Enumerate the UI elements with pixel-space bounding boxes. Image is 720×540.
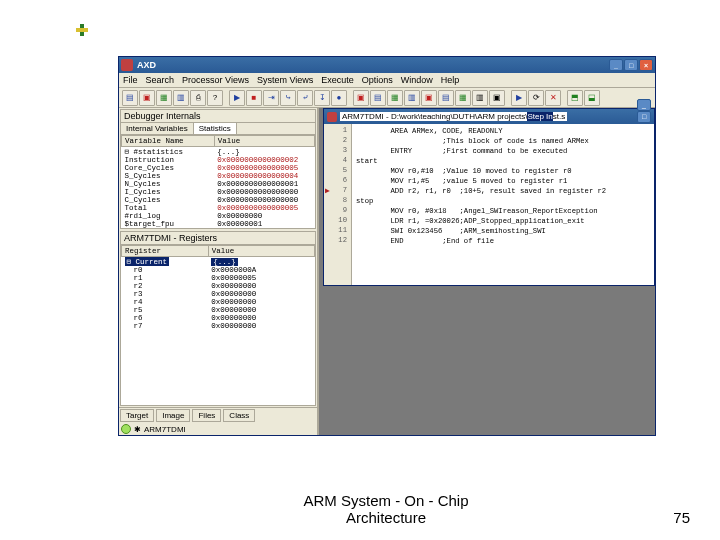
toolbar-button[interactable]: ✕: [545, 90, 561, 106]
processor-name: ARM7TDMI: [144, 425, 186, 434]
code-body: 1234567▶89101112 AREA ARMex, CODE, READO…: [324, 124, 654, 285]
statistics-row[interactable]: #rdi_log0x00000000: [122, 212, 315, 220]
toolbar-button[interactable]: ⇥: [263, 90, 279, 106]
menu-help[interactable]: Help: [441, 75, 460, 85]
debugger-internals-panel: Debugger Internals Internal Variables St…: [120, 109, 316, 229]
statistics-row[interactable]: ⊟ #statistics{...}: [122, 147, 315, 157]
statistics-row[interactable]: S_Cycles0x0000000000000004: [122, 172, 315, 180]
col-variable-name[interactable]: Variable Name: [122, 136, 215, 147]
slide-footer: ARM System - On - Chip Architecture: [276, 492, 496, 527]
statistics-table: Variable Name Value ⊟ #statistics{...} I…: [121, 135, 315, 228]
star-icon: ✱: [134, 425, 141, 434]
panel-title: Debugger Internals: [121, 110, 315, 123]
statistics-row[interactable]: Core_Cycles0x0000000000000005: [122, 164, 315, 172]
toolbar-button[interactable]: ⤷: [280, 90, 296, 106]
toolbar-button[interactable]: ⬒: [567, 90, 583, 106]
toolbar-button[interactable]: ●: [331, 90, 347, 106]
toolbar-button[interactable]: ⟳: [528, 90, 544, 106]
close-button[interactable]: ×: [639, 59, 653, 71]
menu-options[interactable]: Options: [362, 75, 393, 85]
toolbar-button[interactable]: ▣: [139, 90, 155, 106]
statistics-row[interactable]: N_Cycles0x0000000000000001: [122, 180, 315, 188]
toolbar-button[interactable]: ▦: [387, 90, 403, 106]
statistics-row[interactable]: Instruction0x0000000000000002: [122, 156, 315, 164]
register-row[interactable]: r40x00000000: [122, 298, 315, 306]
tab-class[interactable]: Class: [223, 409, 255, 422]
registers-table: Register Value ⊟ Current {...} r00x00000…: [121, 245, 315, 330]
menu-processor-views[interactable]: Processor Views: [182, 75, 249, 85]
code-maximize-button[interactable]: □: [637, 111, 651, 123]
file-icon: [327, 112, 337, 122]
menubar: File Search Processor Views System Views…: [119, 73, 655, 88]
internals-tabs: Internal Variables Statistics: [121, 123, 315, 135]
code-minimize-button[interactable]: _: [637, 99, 651, 111]
toolbar-button[interactable]: ▦: [455, 90, 471, 106]
toolbar-button[interactable]: ▥: [173, 90, 189, 106]
statistics-row[interactable]: C_Cycles0x0000000000000000: [122, 196, 315, 204]
bottom-tabs: Target Image Files Class: [119, 407, 317, 423]
code-path: ARM7TDMI - D:\work\teaching\DUTH\ARM pro…: [340, 112, 567, 121]
tab-image[interactable]: Image: [156, 409, 190, 422]
tab-statistics[interactable]: Statistics: [194, 123, 237, 134]
code-window: ARM7TDMI - D:\work\teaching\DUTH\ARM pro…: [323, 108, 655, 286]
toolbar-button[interactable]: ▶: [229, 90, 245, 106]
tab-files[interactable]: Files: [192, 409, 221, 422]
register-group-current[interactable]: ⊟ Current {...}: [122, 257, 315, 267]
toolbar-button[interactable]: ▤: [370, 90, 386, 106]
axd-main-window: AXD _ □ × File Search Processor Views Sy…: [118, 56, 656, 436]
register-row[interactable]: r00x0000000A: [122, 266, 315, 274]
register-row[interactable]: r30x00000000: [122, 290, 315, 298]
toolbar-button[interactable]: ▤: [438, 90, 454, 106]
toolbar-button[interactable]: ▣: [353, 90, 369, 106]
register-row[interactable]: r50x00000000: [122, 306, 315, 314]
toolbar-button[interactable]: ▣: [489, 90, 505, 106]
register-row[interactable]: r60x00000000: [122, 314, 315, 322]
toolbar-button[interactable]: ▦: [156, 90, 172, 106]
line-number-gutter: 1234567▶89101112: [324, 124, 352, 285]
toolbar-button[interactable]: ?: [207, 90, 223, 106]
tab-internal-variables[interactable]: Internal Variables: [121, 123, 194, 134]
col-register[interactable]: Register: [122, 246, 209, 257]
body: Debugger Internals Internal Variables St…: [119, 108, 655, 435]
toolbar-button[interactable]: ↧: [314, 90, 330, 106]
menu-file[interactable]: File: [123, 75, 138, 85]
tab-target[interactable]: Target: [120, 409, 154, 422]
registers-panel: ARM7TDMI - Registers Register Value ⊟ Cu…: [120, 231, 316, 406]
maximize-button[interactable]: □: [624, 59, 638, 71]
toolbar-button[interactable]: ⎙: [190, 90, 206, 106]
register-row[interactable]: r10x00000005: [122, 274, 315, 282]
statistics-row[interactable]: Total0x0000000000000005: [122, 204, 315, 212]
toolbar-button[interactable]: ▥: [404, 90, 420, 106]
toolbar-button[interactable]: ■: [246, 90, 262, 106]
page-number: 75: [673, 509, 690, 526]
col-value[interactable]: Value: [208, 246, 314, 257]
path-selected: Step In: [527, 112, 552, 121]
toolbar-button[interactable]: ▤: [122, 90, 138, 106]
register-row[interactable]: r70x00000000: [122, 322, 315, 330]
menu-execute[interactable]: Execute: [321, 75, 354, 85]
toolbar: ▤ ▣ ▦ ▥ ⎙ ? ▶ ■ ⇥ ⤷ ⤶ ↧ ● ▣ ▤ ▦ ▥ ▣ ▤ ▦ …: [119, 88, 655, 108]
app-icon: [121, 59, 133, 71]
menu-system-views[interactable]: System Views: [257, 75, 313, 85]
menu-window[interactable]: Window: [401, 75, 433, 85]
code-text[interactable]: AREA ARMex, CODE, READONLY ;This block o…: [352, 124, 610, 285]
minimize-button[interactable]: _: [609, 59, 623, 71]
col-value[interactable]: Value: [214, 136, 314, 147]
toolbar-button[interactable]: ▶: [511, 90, 527, 106]
toolbar-button[interactable]: ▥: [472, 90, 488, 106]
menu-search[interactable]: Search: [146, 75, 175, 85]
register-row[interactable]: r20x00000000: [122, 282, 315, 290]
processor-indicator[interactable]: ✱ ARM7TDMI: [119, 423, 317, 435]
slide-bullet-icon: [76, 24, 88, 36]
statistics-row[interactable]: $target_fpu0x00000001: [122, 220, 315, 228]
toolbar-button[interactable]: ⤶: [297, 90, 313, 106]
app-title: AXD: [137, 60, 156, 70]
toolbar-button[interactable]: ▣: [421, 90, 437, 106]
titlebar[interactable]: AXD _ □ ×: [119, 57, 655, 73]
code-titlebar[interactable]: ARM7TDMI - D:\work\teaching\DUTH\ARM pro…: [324, 109, 654, 124]
toolbar-button[interactable]: ⬓: [584, 90, 600, 106]
statistics-row[interactable]: I_Cycles0x0000000000000000: [122, 188, 315, 196]
left-column: Debugger Internals Internal Variables St…: [119, 108, 319, 435]
panel-title: ARM7TDMI - Registers: [121, 232, 315, 245]
